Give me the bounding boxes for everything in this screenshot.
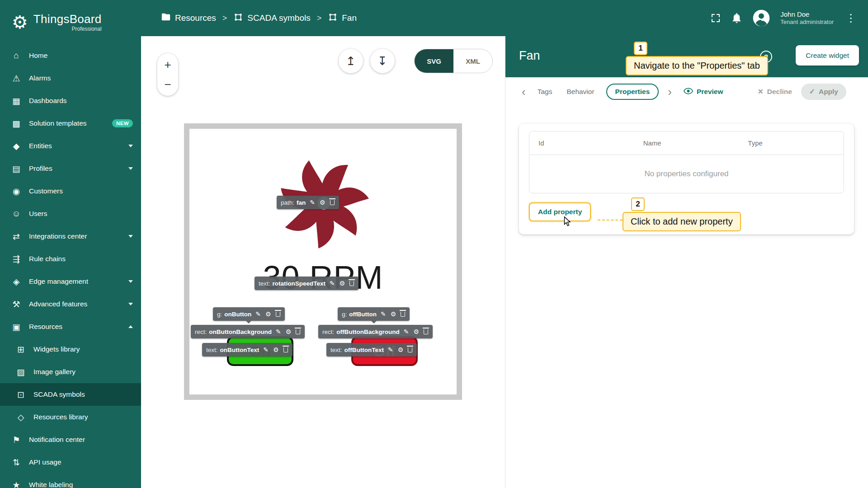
symbol-canvas[interactable]: 30 RPM On Off path: fan ✎ ⚙ text: xyxy=(184,123,462,400)
download-button[interactable]: ↧ xyxy=(370,49,395,73)
delete-trash-icon[interactable] xyxy=(349,280,354,287)
more-menu-icon[interactable]: ⋮ xyxy=(844,12,858,24)
edit-icon[interactable]: ✎ xyxy=(403,328,410,335)
dashboard-icon: ▦ xyxy=(11,96,22,106)
decline-button[interactable]: ✕ Decline xyxy=(758,88,792,96)
sidebar-item-resources[interactable]: ▣ Resources xyxy=(0,315,141,338)
delete-trash-icon[interactable] xyxy=(423,328,429,335)
rule-chains-icon: ⇶ xyxy=(11,254,22,264)
edit-icon[interactable]: ✎ xyxy=(275,328,282,335)
annotation-step-2-callout: Click to add new property xyxy=(623,212,741,231)
chevron-up-icon xyxy=(128,325,133,328)
sidebar-item-users[interactable]: ☺ Users xyxy=(0,202,141,225)
sidebar-item-entities[interactable]: ◆ Entities xyxy=(0,135,141,157)
sidebar-item-dashboards[interactable]: ▦ Dashboards xyxy=(0,89,141,112)
upload-button[interactable]: ↥ xyxy=(339,49,363,73)
user-avatar[interactable] xyxy=(752,9,770,27)
settings-gear-icon[interactable]: ⚙ xyxy=(397,347,404,353)
chevron-left-icon[interactable]: ‹ xyxy=(522,86,526,98)
tag-chip-off-button-background[interactable]: rect: offButtonBackground ✎ ⚙ xyxy=(318,325,433,338)
breadcrumb-resources[interactable]: Resources xyxy=(161,12,216,24)
settings-gear-icon[interactable]: ⚙ xyxy=(339,280,346,286)
tag-chip-off-button-text[interactable]: text: offButtonText ✎ ⚙ xyxy=(326,343,417,357)
create-widget-button[interactable]: Create widget xyxy=(796,45,859,66)
edit-icon[interactable]: ✎ xyxy=(263,347,269,353)
breadcrumb-scada-symbols[interactable]: SCADA symbols xyxy=(233,12,310,24)
settings-gear-icon[interactable]: ⚙ xyxy=(273,347,279,353)
zoom-out-button[interactable]: − xyxy=(161,78,175,91)
properties-table: Id Name Type No properties configured xyxy=(529,131,844,193)
mouse-cursor xyxy=(562,216,572,230)
tag-chip-fan[interactable]: path: fan ✎ ⚙ xyxy=(277,196,339,209)
tab-tags[interactable]: Tags xyxy=(535,84,555,99)
tab-properties[interactable]: Properties xyxy=(606,84,659,100)
delete-trash-icon[interactable] xyxy=(400,310,406,318)
sidebar-item-widgets-library[interactable]: ⊞ Widgets library xyxy=(0,338,141,361)
tag-label: text: offButtonText xyxy=(330,347,384,353)
logo-text: ThingsBoard Professional xyxy=(33,12,102,32)
tag-chip-on-button-group[interactable]: g: onButton ✎ ⚙ xyxy=(213,307,285,321)
preview-button[interactable]: Preview xyxy=(684,88,723,96)
sidebar-item-customers[interactable]: ◉ Customers xyxy=(0,180,141,202)
sidebar-item-notification-center[interactable]: ⚑ Notification center xyxy=(0,428,141,451)
tag-chip-on-button-background[interactable]: rect: onButtonBackground ✎ ⚙ xyxy=(191,325,305,338)
logo[interactable]: ⚙ ThingsBoard Professional xyxy=(0,0,141,44)
breadcrumb-separator: > xyxy=(317,14,322,23)
settings-gear-icon[interactable]: ⚙ xyxy=(390,311,397,317)
column-type: Type xyxy=(739,139,844,147)
sidebar-item-integrations-center[interactable]: ⇄ Integrations center xyxy=(0,225,141,248)
tag-chip-on-button-text[interactable]: text: onButtonText ✎ ⚙ xyxy=(202,343,292,357)
sidebar-item-rule-chains[interactable]: ⇶ Rule chains xyxy=(0,248,141,270)
add-property-button[interactable]: Add property xyxy=(529,202,591,221)
annotation-step-2-badge: 2 xyxy=(631,197,645,211)
tag-chip-off-button-group[interactable]: g: offButton ✎ ⚙ xyxy=(338,307,410,321)
settings-gear-icon[interactable]: ⚙ xyxy=(319,199,326,206)
delete-trash-icon[interactable] xyxy=(295,328,301,335)
sidebar-item-edge-management[interactable]: ◈ Edge management xyxy=(0,270,141,293)
zoom-in-button[interactable]: + xyxy=(161,58,175,71)
settings-gear-icon[interactable]: ⚙ xyxy=(413,328,420,335)
toggle-svg[interactable]: SVG xyxy=(415,49,453,73)
thingsboard-logo-icon: ⚙ xyxy=(12,13,28,31)
edit-icon[interactable]: ✎ xyxy=(380,311,387,317)
tag-chip-rotation-speed-text[interactable]: text: rotationSpeedText ✎ ⚙ xyxy=(255,277,359,290)
settings-gear-icon[interactable]: ⚙ xyxy=(265,311,272,317)
tag-label: text: rotationSpeedText xyxy=(259,280,326,287)
edit-icon[interactable]: ✎ xyxy=(309,199,316,206)
apply-button[interactable]: ✓ Apply xyxy=(801,84,846,100)
white-labeling-icon: ★ xyxy=(11,480,22,488)
sidebar-item-resources-library[interactable]: ◇ Resources library xyxy=(0,406,141,428)
sidebar-item-api-usage[interactable]: ⇅ API usage xyxy=(0,451,141,474)
annotation-connector-line xyxy=(598,220,623,221)
delete-trash-icon[interactable] xyxy=(275,310,281,318)
delete-trash-icon[interactable] xyxy=(330,199,335,206)
api-usage-icon: ⇅ xyxy=(11,457,22,468)
sidebar-item-profiles[interactable]: ▤ Profiles xyxy=(0,157,141,180)
sidebar-item-scada-symbols[interactable]: ⊡ SCADA symbols xyxy=(0,383,141,406)
breadcrumb-fan[interactable]: Fan xyxy=(328,12,357,24)
notifications-bell-icon[interactable] xyxy=(731,13,742,24)
top-bar: Resources > SCADA symbols > Fan xyxy=(141,0,868,36)
delete-trash-icon[interactable] xyxy=(283,346,288,353)
edit-icon[interactable]: ✎ xyxy=(255,311,261,317)
fullscreen-icon[interactable] xyxy=(710,13,721,23)
toggle-xml[interactable]: XML xyxy=(453,49,492,73)
sidebar-item-solution-templates[interactable]: ▩ Solution templates NEW xyxy=(0,112,141,135)
chevron-down-icon xyxy=(128,167,133,170)
sidebar-item-alarms[interactable]: ⚠ Alarms xyxy=(0,67,141,89)
tag-label: path: fan xyxy=(281,199,306,206)
chevron-right-icon[interactable]: › xyxy=(668,86,672,98)
column-id: Id xyxy=(529,139,634,147)
sidebar-item-advanced-features[interactable]: ⚒ Advanced features xyxy=(0,293,141,315)
zoom-controls: + − xyxy=(157,53,178,96)
users-icon: ☺ xyxy=(11,209,22,219)
tab-behavior[interactable]: Behavior xyxy=(564,84,597,99)
delete-trash-icon[interactable] xyxy=(407,346,413,353)
edit-icon[interactable]: ✎ xyxy=(387,347,394,353)
sidebar-item-white-labeling[interactable]: ★ White labeling xyxy=(0,474,141,488)
edit-icon[interactable]: ✎ xyxy=(329,280,335,286)
sidebar-item-home[interactable]: ⌂ Home xyxy=(0,44,141,67)
column-name: Name xyxy=(634,139,739,147)
sidebar-item-image-gallery[interactable]: ▨ Image gallery xyxy=(0,361,141,383)
settings-gear-icon[interactable]: ⚙ xyxy=(285,328,292,335)
